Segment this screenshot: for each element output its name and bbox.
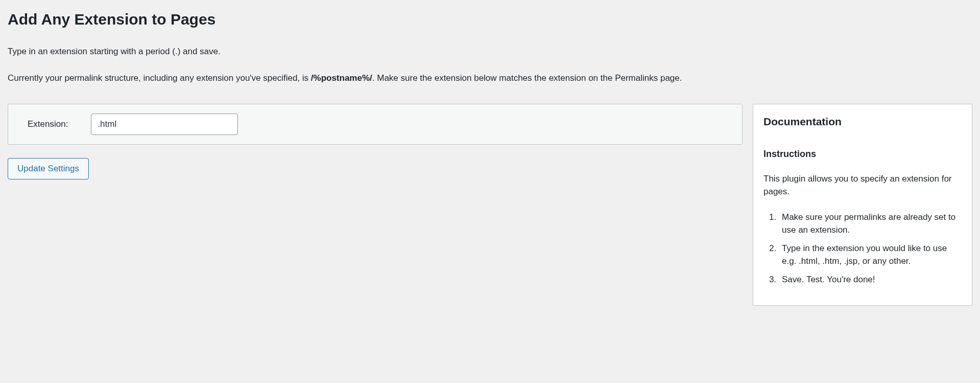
doc-heading: Documentation <box>763 114 962 130</box>
page-title: Add Any Extension to Pages <box>8 8 972 31</box>
extension-input[interactable] <box>91 114 238 135</box>
form-column: Extension: Update Settings <box>8 104 743 179</box>
permalink-info: Currently your permalink structure, incl… <box>8 72 972 85</box>
extension-form-box: Extension: <box>8 104 743 145</box>
extension-label: Extension: <box>22 118 68 131</box>
doc-step: Save. Test. You're done! <box>779 273 962 286</box>
update-settings-button[interactable]: Update Settings <box>8 158 89 179</box>
documentation-box: Documentation Instructions This plugin a… <box>753 104 972 306</box>
doc-steps-list: Make sure your permalinks are already se… <box>763 211 962 286</box>
doc-step: Type in the extension you would like to … <box>779 242 962 268</box>
intro-text: Type in an extension starting with a per… <box>8 45 972 58</box>
extension-field-row: Extension: <box>22 114 728 135</box>
permalink-current: /%postname%/ <box>311 73 372 83</box>
doc-description: This plugin allows you to specify an ext… <box>763 172 962 198</box>
permalink-prefix: Currently your permalink structure, incl… <box>8 73 311 83</box>
doc-subheading: Instructions <box>763 147 962 161</box>
doc-step: Make sure your permalinks are already se… <box>779 211 962 237</box>
content-row: Extension: Update Settings Documentation… <box>8 104 972 306</box>
permalink-suffix: . Make sure the extension below matches … <box>372 73 682 83</box>
